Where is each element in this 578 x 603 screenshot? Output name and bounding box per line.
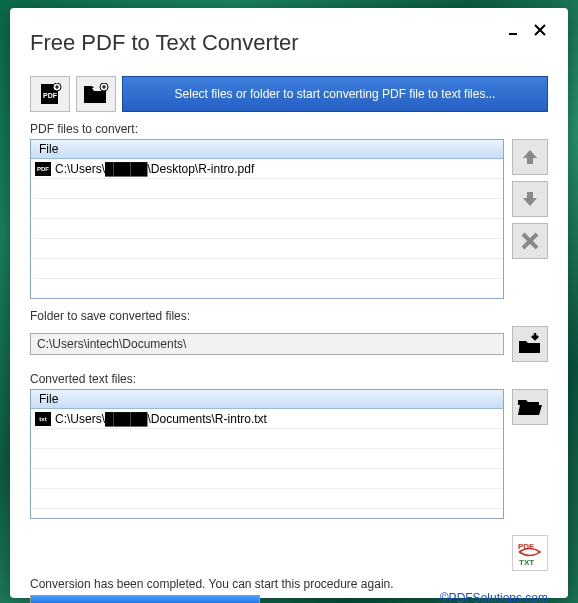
pdf-list-body: PDF C:\Users\█████\Desktop\R-intro.pdf [31,159,503,299]
file-path: C:\Users\█████\Documents\R-intro.txt [55,412,267,426]
pdf-to-txt-button[interactable]: PDF TXT [512,535,548,571]
close-button[interactable] [532,22,548,38]
save-folder-input[interactable] [30,333,504,355]
pdf-files-label: PDF files to convert: [30,122,548,136]
minimize-button[interactable] [506,22,522,38]
pdf-icon: PDF [35,162,51,176]
empty-row [31,469,503,489]
browse-folder-button[interactable] [512,326,548,362]
move-up-button[interactable] [512,139,548,175]
pdf-list-controls [512,139,548,299]
list-item[interactable]: txt C:\Users\█████\Documents\R-intro.txt [31,409,503,429]
pdf-list-column-header[interactable]: File [31,140,503,159]
pdf-list-section: File PDF C:\Users\█████\Desktop\R-intro.… [30,139,548,299]
pdf-to-txt-icon: PDF TXT [516,539,544,567]
status-area: Conversion has been completed. You can s… [30,577,548,603]
add-pdf-file-button[interactable]: PDF [30,76,70,112]
window-controls [506,22,548,38]
pdf-file-icon: PDF [38,83,62,105]
empty-row [31,449,503,469]
svg-text:PDF: PDF [43,92,58,99]
save-folder-row [30,326,548,362]
folder-download-icon [518,333,542,355]
x-icon [520,231,540,251]
toolbar: PDF Select files or folder to start conv… [30,76,548,112]
folder-open-icon [517,397,543,417]
window-title: Free PDF to Text Converter [30,30,299,56]
txt-icon: txt [35,412,51,426]
move-down-button[interactable] [512,181,548,217]
titlebar: Free PDF to Text Converter [30,22,548,56]
open-folder-button[interactable] [512,389,548,425]
select-files-button[interactable]: Select files or folder to start converti… [122,76,548,112]
save-folder-label: Folder to save converted files: [30,309,548,323]
svg-text:TXT: TXT [519,558,534,567]
arrow-down-icon [520,189,540,209]
status-message: Conversion has been completed. You can s… [30,577,440,591]
file-path: C:\Users\█████\Desktop\R-intro.pdf [55,162,254,176]
converted-list-section: File txt C:\Users\█████\Documents\R-intr… [30,389,548,519]
empty-row [31,279,503,299]
app-window: Free PDF to Text Converter PDF [10,8,568,598]
converted-list-column-header[interactable]: File [31,390,503,409]
empty-row [31,429,503,449]
list-item[interactable]: PDF C:\Users\█████\Desktop\R-intro.pdf [31,159,503,179]
add-folder-button[interactable] [76,76,116,112]
progress-bar [30,595,260,603]
converted-list-controls [512,389,548,519]
svg-rect-0 [509,33,517,35]
select-files-label: Select files or folder to start converti… [175,87,496,101]
empty-row [31,489,503,509]
footer-link[interactable]: ©PDFSolutions.com [440,591,548,603]
converted-list-body: txt C:\Users\█████\Documents\R-intro.txt [31,409,503,518]
empty-row [31,219,503,239]
arrow-up-icon [520,147,540,167]
progress-fill [31,596,259,603]
empty-row [31,179,503,199]
empty-row [31,199,503,219]
empty-row [31,239,503,259]
empty-row [31,259,503,279]
converted-files-listbox[interactable]: File txt C:\Users\█████\Documents\R-intr… [30,389,504,519]
bottom-actions: PDF TXT [30,535,548,571]
pdf-files-listbox[interactable]: File PDF C:\Users\█████\Desktop\R-intro.… [30,139,504,299]
folder-plus-icon [83,83,109,105]
converted-files-label: Converted text files: [30,372,548,386]
remove-button[interactable] [512,223,548,259]
